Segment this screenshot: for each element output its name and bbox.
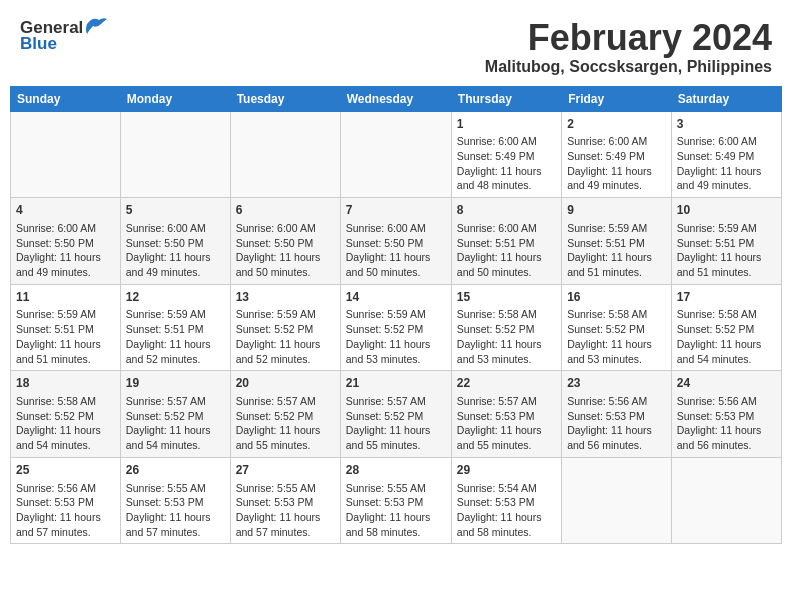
- calendar-cell: 13Sunrise: 5:59 AM Sunset: 5:52 PM Dayli…: [230, 284, 340, 371]
- day-info: Sunrise: 5:59 AM Sunset: 5:51 PM Dayligh…: [126, 307, 225, 366]
- main-title: February 2024: [485, 18, 772, 58]
- day-number: 17: [677, 289, 776, 306]
- day-number: 26: [126, 462, 225, 479]
- day-info: Sunrise: 5:56 AM Sunset: 5:53 PM Dayligh…: [677, 394, 776, 453]
- calendar-cell: 11Sunrise: 5:59 AM Sunset: 5:51 PM Dayli…: [11, 284, 121, 371]
- day-number: 20: [236, 375, 335, 392]
- day-number: 25: [16, 462, 115, 479]
- day-info: Sunrise: 6:00 AM Sunset: 5:49 PM Dayligh…: [567, 134, 666, 193]
- calendar-cell: [562, 457, 672, 544]
- day-number: 5: [126, 202, 225, 219]
- calendar-cell: 26Sunrise: 5:55 AM Sunset: 5:53 PM Dayli…: [120, 457, 230, 544]
- day-number: 4: [16, 202, 115, 219]
- calendar-cell: 4Sunrise: 6:00 AM Sunset: 5:50 PM Daylig…: [11, 198, 121, 285]
- weekday-header-tuesday: Tuesday: [230, 86, 340, 111]
- day-info: Sunrise: 5:57 AM Sunset: 5:52 PM Dayligh…: [236, 394, 335, 453]
- calendar-cell: 6Sunrise: 6:00 AM Sunset: 5:50 PM Daylig…: [230, 198, 340, 285]
- calendar-cell: 2Sunrise: 6:00 AM Sunset: 5:49 PM Daylig…: [562, 111, 672, 198]
- calendar-table: SundayMondayTuesdayWednesdayThursdayFrid…: [10, 86, 782, 545]
- day-info: Sunrise: 5:58 AM Sunset: 5:52 PM Dayligh…: [567, 307, 666, 366]
- day-info: Sunrise: 6:00 AM Sunset: 5:50 PM Dayligh…: [236, 221, 335, 280]
- day-number: 12: [126, 289, 225, 306]
- day-number: 10: [677, 202, 776, 219]
- calendar-cell: 18Sunrise: 5:58 AM Sunset: 5:52 PM Dayli…: [11, 371, 121, 458]
- subtitle: Malitubog, Soccsksargen, Philippines: [485, 58, 772, 76]
- calendar-cell: [340, 111, 451, 198]
- day-info: Sunrise: 5:59 AM Sunset: 5:51 PM Dayligh…: [567, 221, 666, 280]
- calendar-cell: 22Sunrise: 5:57 AM Sunset: 5:53 PM Dayli…: [451, 371, 561, 458]
- logo: General Blue: [20, 18, 107, 54]
- weekday-header-monday: Monday: [120, 86, 230, 111]
- weekday-header-friday: Friday: [562, 86, 672, 111]
- calendar-cell: [11, 111, 121, 198]
- day-info: Sunrise: 5:56 AM Sunset: 5:53 PM Dayligh…: [16, 481, 115, 540]
- calendar-cell: 29Sunrise: 5:54 AM Sunset: 5:53 PM Dayli…: [451, 457, 561, 544]
- day-info: Sunrise: 5:59 AM Sunset: 5:52 PM Dayligh…: [346, 307, 446, 366]
- page-header: General Blue February 2024 Malitubog, So…: [10, 10, 782, 80]
- calendar-cell: 3Sunrise: 6:00 AM Sunset: 5:49 PM Daylig…: [671, 111, 781, 198]
- calendar-cell: 23Sunrise: 5:56 AM Sunset: 5:53 PM Dayli…: [562, 371, 672, 458]
- calendar-header-row: SundayMondayTuesdayWednesdayThursdayFrid…: [11, 86, 782, 111]
- day-info: Sunrise: 5:58 AM Sunset: 5:52 PM Dayligh…: [677, 307, 776, 366]
- day-number: 15: [457, 289, 556, 306]
- day-info: Sunrise: 5:58 AM Sunset: 5:52 PM Dayligh…: [457, 307, 556, 366]
- calendar-cell: 25Sunrise: 5:56 AM Sunset: 5:53 PM Dayli…: [11, 457, 121, 544]
- calendar-cell: 9Sunrise: 5:59 AM Sunset: 5:51 PM Daylig…: [562, 198, 672, 285]
- day-number: 8: [457, 202, 556, 219]
- day-info: Sunrise: 6:00 AM Sunset: 5:49 PM Dayligh…: [457, 134, 556, 193]
- calendar-week-row: 1Sunrise: 6:00 AM Sunset: 5:49 PM Daylig…: [11, 111, 782, 198]
- calendar-cell: 24Sunrise: 5:56 AM Sunset: 5:53 PM Dayli…: [671, 371, 781, 458]
- day-info: Sunrise: 5:59 AM Sunset: 5:51 PM Dayligh…: [677, 221, 776, 280]
- day-number: 11: [16, 289, 115, 306]
- day-info: Sunrise: 6:00 AM Sunset: 5:50 PM Dayligh…: [126, 221, 225, 280]
- day-number: 22: [457, 375, 556, 392]
- calendar-cell: 20Sunrise: 5:57 AM Sunset: 5:52 PM Dayli…: [230, 371, 340, 458]
- day-info: Sunrise: 5:55 AM Sunset: 5:53 PM Dayligh…: [236, 481, 335, 540]
- calendar-cell: 7Sunrise: 6:00 AM Sunset: 5:50 PM Daylig…: [340, 198, 451, 285]
- weekday-header-saturday: Saturday: [671, 86, 781, 111]
- day-number: 19: [126, 375, 225, 392]
- calendar-week-row: 25Sunrise: 5:56 AM Sunset: 5:53 PM Dayli…: [11, 457, 782, 544]
- calendar-week-row: 4Sunrise: 6:00 AM Sunset: 5:50 PM Daylig…: [11, 198, 782, 285]
- day-info: Sunrise: 6:00 AM Sunset: 5:50 PM Dayligh…: [346, 221, 446, 280]
- calendar-cell: [230, 111, 340, 198]
- day-number: 24: [677, 375, 776, 392]
- calendar-cell: [120, 111, 230, 198]
- day-number: 23: [567, 375, 666, 392]
- day-number: 14: [346, 289, 446, 306]
- day-number: 21: [346, 375, 446, 392]
- calendar-body: 1Sunrise: 6:00 AM Sunset: 5:49 PM Daylig…: [11, 111, 782, 544]
- calendar-cell: [671, 457, 781, 544]
- calendar-cell: 5Sunrise: 6:00 AM Sunset: 5:50 PM Daylig…: [120, 198, 230, 285]
- day-number: 9: [567, 202, 666, 219]
- calendar-cell: 12Sunrise: 5:59 AM Sunset: 5:51 PM Dayli…: [120, 284, 230, 371]
- day-info: Sunrise: 5:59 AM Sunset: 5:51 PM Dayligh…: [16, 307, 115, 366]
- day-info: Sunrise: 5:58 AM Sunset: 5:52 PM Dayligh…: [16, 394, 115, 453]
- day-info: Sunrise: 6:00 AM Sunset: 5:50 PM Dayligh…: [16, 221, 115, 280]
- calendar-cell: 16Sunrise: 5:58 AM Sunset: 5:52 PM Dayli…: [562, 284, 672, 371]
- day-number: 13: [236, 289, 335, 306]
- calendar-week-row: 11Sunrise: 5:59 AM Sunset: 5:51 PM Dayli…: [11, 284, 782, 371]
- calendar-cell: 1Sunrise: 6:00 AM Sunset: 5:49 PM Daylig…: [451, 111, 561, 198]
- day-info: Sunrise: 5:57 AM Sunset: 5:52 PM Dayligh…: [346, 394, 446, 453]
- day-number: 28: [346, 462, 446, 479]
- day-info: Sunrise: 5:55 AM Sunset: 5:53 PM Dayligh…: [126, 481, 225, 540]
- calendar-cell: 10Sunrise: 5:59 AM Sunset: 5:51 PM Dayli…: [671, 198, 781, 285]
- calendar-cell: 19Sunrise: 5:57 AM Sunset: 5:52 PM Dayli…: [120, 371, 230, 458]
- day-info: Sunrise: 6:00 AM Sunset: 5:51 PM Dayligh…: [457, 221, 556, 280]
- day-info: Sunrise: 5:57 AM Sunset: 5:52 PM Dayligh…: [126, 394, 225, 453]
- calendar-cell: 8Sunrise: 6:00 AM Sunset: 5:51 PM Daylig…: [451, 198, 561, 285]
- day-number: 18: [16, 375, 115, 392]
- day-number: 16: [567, 289, 666, 306]
- calendar-cell: 21Sunrise: 5:57 AM Sunset: 5:52 PM Dayli…: [340, 371, 451, 458]
- day-info: Sunrise: 5:54 AM Sunset: 5:53 PM Dayligh…: [457, 481, 556, 540]
- weekday-header-wednesday: Wednesday: [340, 86, 451, 111]
- title-block: February 2024 Malitubog, Soccsksargen, P…: [485, 18, 772, 76]
- day-number: 29: [457, 462, 556, 479]
- logo-bird-icon: [85, 16, 107, 34]
- day-info: Sunrise: 5:59 AM Sunset: 5:52 PM Dayligh…: [236, 307, 335, 366]
- day-number: 6: [236, 202, 335, 219]
- calendar-cell: 17Sunrise: 5:58 AM Sunset: 5:52 PM Dayli…: [671, 284, 781, 371]
- day-number: 7: [346, 202, 446, 219]
- day-number: 3: [677, 116, 776, 133]
